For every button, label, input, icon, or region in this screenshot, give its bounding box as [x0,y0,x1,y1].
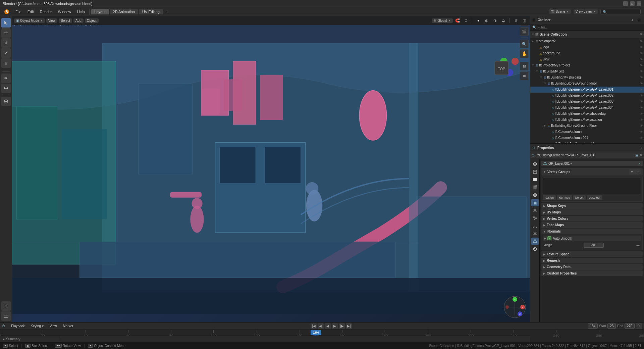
maximize-button[interactable]: □ [630,1,635,6]
annotate-tool[interactable]: ✏ [1,73,11,83]
object-mode-dropdown[interactable]: ▣ Object Mode ▼ [14,18,45,23]
outliner-item[interactable]: △ IfcBuildingElementProxy/station 👁 [530,117,644,123]
outliner-filter-icon[interactable]: ⊿ [629,17,635,23]
outliner-item[interactable]: ▼ ⊟ IfcSite/My Site 👁 [530,68,644,74]
frame-start-input[interactable]: 23 [607,323,616,329]
proportional-edit[interactable]: ⊙ [462,17,470,24]
view-layer-selector[interactable]: View Layer ▼ [574,9,598,14]
outliner-item[interactable]: △ view 👁 [530,56,644,62]
render-menu[interactable]: Render [37,9,55,14]
item-visibility[interactable]: 👁 [640,76,643,79]
pan-view[interactable]: ✋ [520,49,529,58]
item-visibility[interactable]: 👁 [640,100,643,103]
transform-tool[interactable]: ⊞ [1,58,11,68]
view-menu[interactable]: View [48,324,59,328]
tab-2d-animation[interactable]: 2D Animation [110,9,138,14]
item-visibility[interactable]: 👁 [640,40,643,43]
add-tab-button[interactable]: + [164,9,170,14]
jump-start-btn[interactable]: |◀ [311,323,317,329]
magnify-zoom[interactable]: 🔍 [520,40,529,48]
outliner-item[interactable]: ▼ ⊟ IfcBuilding/My Building 👁 [530,74,644,81]
marker-menu[interactable]: Marker [61,324,75,328]
outliner-item[interactable]: △ background 👁 [530,50,644,56]
minimize-button[interactable]: − [623,1,628,6]
outliner-item[interactable]: △ IfcColumn/column 👁 [530,129,644,135]
search-bar[interactable]: 🔍 [600,9,641,14]
file-menu[interactable]: File [13,9,24,14]
item-collapse-arrow[interactable]: ▼ [544,82,547,85]
item-visibility[interactable]: 👁 [640,94,643,97]
outliner-search-input[interactable] [538,26,642,29]
vg-deselect-btn[interactable]: Deselect [587,195,602,200]
keying-menu[interactable]: Keying ▾ [29,324,45,328]
scene-collection-collapse[interactable]: ▼ [532,33,534,36]
viewport-3d[interactable]: ▣ Object Mode ▼ View Select Add Object ⊕… [12,16,530,322]
object-constraints-btn[interactable] [531,230,539,237]
vertex-group-add[interactable]: + [629,169,635,174]
angle-value[interactable]: 30° [584,243,604,248]
jump-end-btn[interactable]: ▶| [346,323,352,329]
vertex-groups-header[interactable]: ▼ Vertex Groups + − [541,168,643,176]
view-layer-props-btn[interactable] [531,176,539,183]
item-visibility[interactable]: 👁 [640,112,643,115]
outliner-item[interactable]: ▼ ⊟ IfcBuildingStorey/Ground Floor 👁 [530,81,644,87]
outliner-item[interactable]: △ IfcElectricAppliance/machine 👁 [530,141,644,143]
outliner-item[interactable]: △ logo 👁 [530,44,644,50]
object-data-btn[interactable] [531,238,539,245]
material-props-btn[interactable] [531,245,539,253]
texture-space-section-header[interactable]: ▶ Texture Space [541,251,643,257]
modifier-props-btn[interactable] [531,207,539,214]
viewport-camera-btn[interactable]: 🎬 [520,27,529,36]
item-visibility[interactable]: 👁 [640,82,643,85]
normals-section-header[interactable]: ▼ Normals [541,229,643,234]
overlay-toggle[interactable]: ⊕ [512,17,520,24]
outliner-search-bar[interactable]: 🔍 [530,24,644,31]
global-dropdown[interactable]: ⊕ Global ▼ [432,18,453,23]
viewport-shading-mat[interactable]: ◐ [483,17,490,24]
viewport-view-menu[interactable]: View [46,18,58,23]
viewport-shading-solid[interactable]: ● [475,17,482,24]
viewport-object-menu[interactable]: Object [85,18,99,23]
item-visibility[interactable]: 👁 [640,64,643,67]
item-visibility[interactable]: 👁 [640,136,643,140]
outliner-item[interactable]: ▶ ⊟ staionpart2 👁 [530,38,644,44]
outliner-display-mode[interactable]: ☰ [636,17,642,23]
item-visibility[interactable]: 👁 [640,142,643,143]
vg-remove-btn[interactable]: Remove [557,195,572,200]
auto-smooth-checkbox[interactable]: ✓ [547,236,551,240]
gizmo-neg-x-axis[interactable] [505,305,509,309]
outliner-item[interactable]: △ IfcBuildingElementProxy/GP_Layer.004 👁 [530,105,644,111]
navigation-gizmo[interactable]: X Y Z [503,295,527,319]
scene-props-btn[interactable]: 🎬 [531,184,539,191]
view-tool[interactable] [1,97,11,106]
shape-keys-section-header[interactable]: ▶ Shape Keys [541,203,643,209]
next-keyframe-btn[interactable]: |▶ [339,323,345,329]
item-visibility[interactable]: 👁 [640,70,643,73]
outliner-item[interactable]: △ IfcBuildingElementProxy/GP_Layer.002 👁 [530,93,644,99]
item-visibility[interactable]: 👁 [640,52,643,55]
local-view[interactable]: ⊡ [520,62,529,70]
item-collapse-arrow[interactable]: ▼ [532,64,535,67]
vertex-colors-section-header[interactable]: ▶ Vertex Colors [541,216,643,221]
close-button[interactable]: × [637,1,641,6]
vg-assign-btn[interactable]: Assign [543,195,556,200]
tab-uv-editing[interactable]: UV Editing [139,9,163,14]
item-collapse-arrow[interactable]: ▶ [544,124,547,127]
outliner-list[interactable]: ▼ 🎬 Scene Collection 👁 ▶ ⊟ staionpart2 👁 [530,31,644,143]
item-visibility[interactable]: 👁 [640,106,643,109]
render-props-btn[interactable] [531,160,539,168]
geometry-data-section-header[interactable]: ▶ Geometry Data [541,264,643,270]
outliner-item[interactable]: △ IfcColumn/column.001 👁 [530,135,644,141]
vertex-group-remove[interactable]: − [635,169,641,174]
item-visibility[interactable]: 👁 [640,130,643,134]
output-props-btn[interactable] [531,168,539,176]
outliner-item[interactable]: △ IfcBuildingElementProxy/housebig 👁 [530,111,644,117]
item-visibility[interactable]: 👁 [640,88,643,91]
current-frame-input[interactable]: 154 [588,323,598,329]
help-menu[interactable]: Help [74,9,88,14]
viewport-shading-ev[interactable]: ◒ [500,17,507,24]
remesh-section-header[interactable]: ▶ Remesh [541,258,643,263]
scale-tool[interactable]: ⤢ [1,48,11,58]
tab-layout[interactable]: Layout [91,9,109,14]
item-visibility[interactable]: 👁 [640,58,643,61]
